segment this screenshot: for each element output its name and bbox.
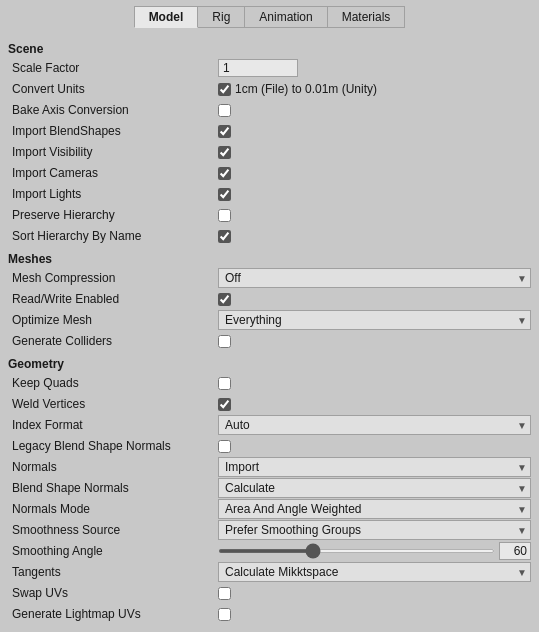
value-index-format: Auto 16 bit 32 bit ▼ [218, 415, 531, 435]
value-bake-axis [218, 104, 531, 117]
dropdown-wrap-mesh-compression: Off Low Medium High ▼ [218, 268, 531, 288]
label-import-lights: Import Lights [8, 187, 218, 201]
value-normals-mode: Unweighted Legacy Unweighted Area Weight… [218, 499, 531, 519]
checkbox-import-cameras[interactable] [218, 167, 231, 180]
dropdown-wrap-tangents: Import Calculate Mikktspace Calculate Le… [218, 562, 531, 582]
row-tangents: Tangents Import Calculate Mikktspace Cal… [8, 562, 531, 582]
dropdown-index-format[interactable]: Auto 16 bit 32 bit [218, 415, 531, 435]
tab-model[interactable]: Model [134, 6, 199, 28]
tab-animation[interactable]: Animation [245, 6, 327, 28]
checkbox-sort-hierarchy[interactable] [218, 230, 231, 243]
slider-smoothing-angle[interactable] [218, 549, 495, 553]
value-generate-lightmap-uvs [218, 608, 531, 621]
checkbox-convert-units[interactable] [218, 83, 231, 96]
dropdown-normals-mode[interactable]: Unweighted Legacy Unweighted Area Weight… [218, 499, 531, 519]
tab-bar: Model Rig Animation Materials [0, 0, 539, 32]
checkbox-generate-lightmap-uvs[interactable] [218, 608, 231, 621]
checkbox-import-visibility[interactable] [218, 146, 231, 159]
label-mesh-compression: Mesh Compression [8, 271, 218, 285]
row-legacy-blend-shape-normals: Legacy Blend Shape Normals [8, 436, 531, 456]
dropdown-normals[interactable]: Import Calculate None [218, 457, 531, 477]
dropdown-smoothness-source[interactable]: Prefer Smoothing Groups From Smoothing G… [218, 520, 531, 540]
value-scale-factor [218, 59, 531, 77]
value-smoothness-source: Prefer Smoothing Groups From Smoothing G… [218, 520, 531, 540]
row-smoothing-angle: Smoothing Angle [8, 541, 531, 561]
value-weld-vertices [218, 398, 531, 411]
label-smoothness-source: Smoothness Source [8, 523, 218, 537]
checkbox-import-lights[interactable] [218, 188, 231, 201]
slider-wrap-smoothing-angle [218, 542, 531, 560]
row-weld-vertices: Weld Vertices [8, 394, 531, 414]
label-smoothing-angle: Smoothing Angle [8, 544, 218, 558]
dropdown-wrap-smoothness-source: Prefer Smoothing Groups From Smoothing G… [218, 520, 531, 540]
label-normals: Normals [8, 460, 218, 474]
label-legacy-blend-shape-normals: Legacy Blend Shape Normals [8, 439, 218, 453]
row-import-cameras: Import Cameras [8, 163, 531, 183]
section-header-scene: Scene [8, 42, 531, 56]
label-bake-axis: Bake Axis Conversion [8, 103, 218, 117]
value-keep-quads [218, 377, 531, 390]
label-keep-quads: Keep Quads [8, 376, 218, 390]
value-optimize-mesh: Nothing Everything Polygon Order Vertex … [218, 310, 531, 330]
tab-rig[interactable]: Rig [198, 6, 245, 28]
value-legacy-blend-shape-normals [218, 440, 531, 453]
value-import-lights [218, 188, 531, 201]
row-scale-factor: Scale Factor [8, 58, 531, 78]
input-scale-factor[interactable] [218, 59, 298, 77]
checkbox-keep-quads[interactable] [218, 377, 231, 390]
section-header-geometry: Geometry [8, 357, 531, 371]
value-smoothing-angle [218, 542, 531, 560]
label-import-blendshapes: Import BlendShapes [8, 124, 218, 138]
main-content: Scene Scale Factor Convert Units 1cm (Fi… [0, 32, 539, 629]
dropdown-wrap-blend-shape-normals: Import Calculate None ▼ [218, 478, 531, 498]
value-mesh-compression: Off Low Medium High ▼ [218, 268, 531, 288]
row-preserve-hierarchy: Preserve Hierarchy [8, 205, 531, 225]
checkbox-legacy-blend-shape-normals[interactable] [218, 440, 231, 453]
label-generate-colliders: Generate Colliders [8, 334, 218, 348]
row-import-lights: Import Lights [8, 184, 531, 204]
value-blend-shape-normals: Import Calculate None ▼ [218, 478, 531, 498]
dropdown-wrap-normals: Import Calculate None ▼ [218, 457, 531, 477]
row-normals-mode: Normals Mode Unweighted Legacy Unweighte… [8, 499, 531, 519]
row-generate-colliders: Generate Colliders [8, 331, 531, 351]
label-tangents: Tangents [8, 565, 218, 579]
row-keep-quads: Keep Quads [8, 373, 531, 393]
row-swap-uvs: Swap UVs [8, 583, 531, 603]
checkbox-swap-uvs[interactable] [218, 587, 231, 600]
value-tangents: Import Calculate Mikktspace Calculate Le… [218, 562, 531, 582]
label-blend-shape-normals: Blend Shape Normals [8, 481, 218, 495]
row-convert-units: Convert Units 1cm (File) to 0.01m (Unity… [8, 79, 531, 99]
label-import-cameras: Import Cameras [8, 166, 218, 180]
row-mesh-compression: Mesh Compression Off Low Medium High ▼ [8, 268, 531, 288]
checkbox-generate-colliders[interactable] [218, 335, 231, 348]
dropdown-wrap-index-format: Auto 16 bit 32 bit ▼ [218, 415, 531, 435]
label-index-format: Index Format [8, 418, 218, 432]
dropdown-optimize-mesh[interactable]: Nothing Everything Polygon Order Vertex … [218, 310, 531, 330]
row-normals: Normals Import Calculate None ▼ [8, 457, 531, 477]
checkbox-weld-vertices[interactable] [218, 398, 231, 411]
dropdown-wrap-optimize-mesh: Nothing Everything Polygon Order Vertex … [218, 310, 531, 330]
value-generate-colliders [218, 335, 531, 348]
checkbox-preserve-hierarchy[interactable] [218, 209, 231, 222]
dropdown-mesh-compression[interactable]: Off Low Medium High [218, 268, 531, 288]
row-blend-shape-normals: Blend Shape Normals Import Calculate Non… [8, 478, 531, 498]
label-normals-mode: Normals Mode [8, 502, 218, 516]
row-generate-lightmap-uvs: Generate Lightmap UVs [8, 604, 531, 624]
label-preserve-hierarchy: Preserve Hierarchy [8, 208, 218, 222]
checkbox-import-blendshapes[interactable] [218, 125, 231, 138]
tab-materials[interactable]: Materials [328, 6, 406, 28]
section-header-meshes: Meshes [8, 252, 531, 266]
row-optimize-mesh: Optimize Mesh Nothing Everything Polygon… [8, 310, 531, 330]
checkbox-bake-axis[interactable] [218, 104, 231, 117]
label-read-write: Read/Write Enabled [8, 292, 218, 306]
dropdown-tangents[interactable]: Import Calculate Mikktspace Calculate Le… [218, 562, 531, 582]
checkbox-read-write[interactable] [218, 293, 231, 306]
row-smoothness-source: Smoothness Source Prefer Smoothing Group… [8, 520, 531, 540]
label-sort-hierarchy: Sort Hierarchy By Name [8, 229, 218, 243]
label-weld-vertices: Weld Vertices [8, 397, 218, 411]
dropdown-blend-shape-normals[interactable]: Import Calculate None [218, 478, 531, 498]
label-optimize-mesh: Optimize Mesh [8, 313, 218, 327]
convert-units-text: 1cm (File) to 0.01m (Unity) [235, 82, 377, 96]
input-smoothing-angle[interactable] [499, 542, 531, 560]
label-generate-lightmap-uvs: Generate Lightmap UVs [8, 607, 218, 621]
